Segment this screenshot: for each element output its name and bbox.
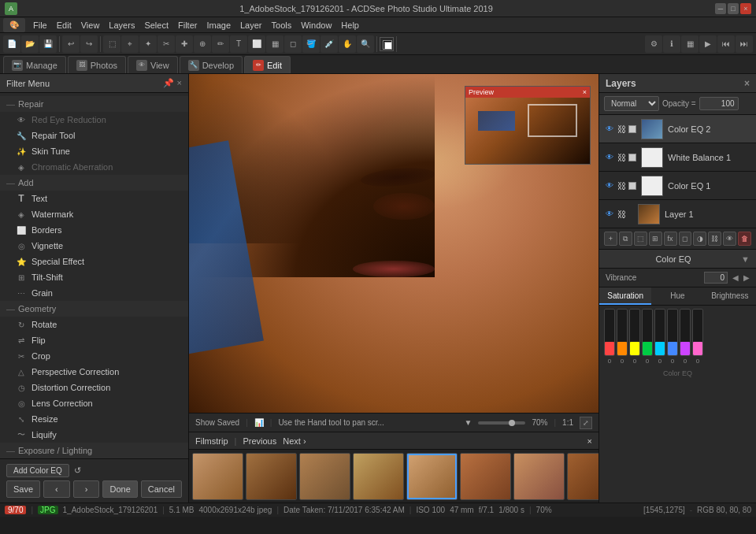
- new-btn[interactable]: 📄: [3, 35, 20, 53]
- layer-vis-3[interactable]: 👁: [604, 180, 615, 191]
- layer-mask-btn[interactable]: ◻: [679, 232, 692, 246]
- filmstrip-prev-btn[interactable]: Previous: [243, 436, 276, 446]
- filmstrip-next-btn[interactable]: Next ›: [283, 436, 306, 446]
- section-geometry[interactable]: — Geometry: [0, 301, 188, 317]
- open-btn[interactable]: 📂: [21, 35, 39, 53]
- filter-borders[interactable]: ⬜ Borders: [0, 222, 188, 238]
- menu-window[interactable]: Window: [296, 17, 336, 33]
- tab-view[interactable]: 👁 View: [128, 56, 178, 73]
- menu-layers[interactable]: Layers: [104, 17, 139, 33]
- vibrance-input[interactable]: [704, 272, 728, 284]
- filmstrip-thumb-5[interactable]: [406, 453, 458, 500]
- filter-skin-tune[interactable]: ✨ Skin Tune: [0, 143, 188, 159]
- fit-btn[interactable]: ⤢: [580, 417, 592, 429]
- maximize-btn[interactable]: □: [728, 3, 739, 14]
- filmstrip-thumb-7[interactable]: [513, 453, 565, 500]
- layer-vis-2[interactable]: 👁: [604, 152, 615, 163]
- zoom-slider[interactable]: [478, 421, 525, 425]
- menu-select[interactable]: Select: [139, 17, 173, 33]
- heal-btn[interactable]: ✚: [176, 35, 193, 53]
- filter-watermark[interactable]: ◈ Watermark: [0, 206, 188, 222]
- menu-edit[interactable]: Edit: [52, 17, 76, 33]
- eraser-btn[interactable]: ◻: [284, 35, 302, 53]
- magic-btn[interactable]: ✦: [139, 35, 157, 53]
- blend-mode-select[interactable]: Normal Multiply Screen: [604, 96, 659, 111]
- filter-menu-close[interactable]: ×: [177, 78, 182, 88]
- close-btn[interactable]: ×: [740, 3, 751, 14]
- menu-layer[interactable]: Layer: [235, 17, 267, 33]
- filter-liquify[interactable]: 〜 Liquify: [0, 427, 188, 443]
- histogram-mini[interactable]: 📊: [254, 418, 264, 427]
- filter-grain[interactable]: ⋯ Grain: [0, 285, 188, 301]
- save-tb-btn[interactable]: 💾: [39, 35, 57, 53]
- layer-vis-4[interactable]: 👁: [604, 209, 615, 220]
- color-bar-red-wrap[interactable]: [604, 309, 615, 356]
- prev-nav-btn[interactable]: ‹: [43, 480, 70, 498]
- gradient-btn[interactable]: ▦: [266, 35, 284, 53]
- layer-dup-btn[interactable]: ⧉: [619, 232, 632, 246]
- canvas-bg[interactable]: Preview ×: [189, 74, 598, 413]
- vibrance-step-up-btn[interactable]: ▶: [743, 273, 750, 282]
- layer-row-color-eq-1[interactable]: 👁 ⛓ Color EQ 1: [599, 172, 756, 200]
- layer-vis-btn[interactable]: 👁: [723, 232, 736, 246]
- filter-scroll[interactable]: — Repair 👁 Red Eye Reduction 🔧 Repair To…: [0, 93, 188, 458]
- filter-special-effect[interactable]: ⭐ Special Effect: [0, 254, 188, 269]
- fill-btn[interactable]: 🪣: [302, 35, 320, 53]
- color-bar-green-wrap[interactable]: [642, 309, 653, 356]
- filter-flip[interactable]: ⇌ Flip: [0, 332, 188, 348]
- eyedropper-btn[interactable]: 💉: [321, 35, 338, 53]
- brush-btn[interactable]: ✏: [212, 35, 229, 53]
- play-btn[interactable]: ▶: [699, 35, 717, 53]
- filter-rotate[interactable]: ↻ Rotate: [0, 317, 188, 332]
- prev-frame[interactable]: ⏮: [717, 35, 735, 53]
- window-controls[interactable]: ─ □ ×: [715, 3, 751, 14]
- histogram-btn[interactable]: ▦: [681, 35, 699, 53]
- color-bar-yellow-wrap[interactable]: [629, 309, 640, 356]
- cancel-button[interactable]: Cancel: [141, 480, 182, 498]
- hand-btn[interactable]: ✋: [339, 35, 356, 53]
- menu-tools[interactable]: Tools: [267, 17, 297, 33]
- tab-photos[interactable]: 🖼 Photos: [68, 56, 126, 73]
- filter-crop[interactable]: ✂ Crop: [0, 348, 188, 364]
- filmstrip-thumb-1[interactable]: [192, 453, 243, 500]
- section-add[interactable]: — Add: [0, 175, 188, 191]
- filmstrip-thumb-2[interactable]: [246, 453, 297, 500]
- eq-tab-brightness[interactable]: Brightness: [704, 287, 756, 305]
- shape-btn[interactable]: ⬜: [248, 35, 265, 53]
- filter-chromatic[interactable]: ◈ Chromatic Aberration: [0, 159, 188, 175]
- menu-help[interactable]: Help: [336, 17, 364, 33]
- filmstrip-close-btn[interactable]: ×: [587, 436, 592, 446]
- layer-new-btn[interactable]: +: [604, 232, 617, 246]
- opacity-input[interactable]: [699, 97, 739, 110]
- filter-distortion[interactable]: ◷ Distortion Correction: [0, 380, 188, 395]
- text-btn[interactable]: T: [230, 35, 247, 53]
- info-btn[interactable]: ℹ: [663, 35, 680, 53]
- tab-develop[interactable]: 🔧 Develop: [180, 56, 243, 73]
- clone-btn[interactable]: ⊕: [194, 35, 211, 53]
- eq-tab-saturation[interactable]: Saturation: [599, 287, 651, 305]
- menu-filter[interactable]: Filter: [173, 17, 202, 33]
- lasso-btn[interactable]: ⌖: [121, 35, 139, 53]
- add-color-eq-btn[interactable]: Add Color EQ: [6, 464, 69, 477]
- color-bar-blue-wrap[interactable]: [667, 309, 678, 356]
- crop-btn[interactable]: ✂: [158, 35, 175, 53]
- layer-adj-btn[interactable]: ◑: [693, 232, 706, 246]
- zoom-down-icon[interactable]: ▼: [465, 418, 472, 427]
- filter-menu-pin[interactable]: 📌: [163, 78, 174, 88]
- filter-red-eye[interactable]: 👁 Red Eye Reduction: [0, 112, 188, 128]
- layer-row-color-eq-2[interactable]: 👁 ⛓ Color EQ 2: [599, 115, 756, 143]
- tab-edit[interactable]: ✏ Edit: [244, 56, 291, 73]
- menu-image[interactable]: Image: [202, 17, 235, 33]
- settings-btn[interactable]: ⚙: [645, 35, 662, 53]
- filmstrip-thumb-8[interactable]: [567, 453, 598, 500]
- next-nav-btn[interactable]: ›: [73, 480, 100, 498]
- color-bar-magenta-wrap[interactable]: [692, 309, 703, 356]
- layer-row-white-balance[interactable]: 👁 ⛓ White Balance 1: [599, 143, 756, 172]
- reset-icon[interactable]: ↺: [74, 465, 81, 476]
- save-button[interactable]: Save: [6, 480, 40, 498]
- color-bar-cyan-wrap[interactable]: [654, 309, 665, 356]
- layer-link-btn[interactable]: ⛓: [708, 232, 721, 246]
- color-bar-purple-wrap[interactable]: [680, 309, 691, 356]
- filter-vignette[interactable]: ◎ Vignette: [0, 238, 188, 254]
- layer-delete-btn[interactable]: 🗑: [738, 232, 751, 246]
